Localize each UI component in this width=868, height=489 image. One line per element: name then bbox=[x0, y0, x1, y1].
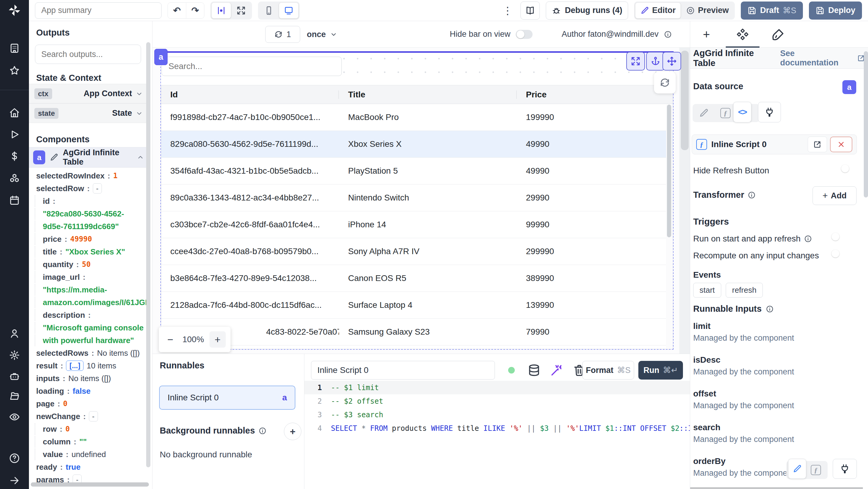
code-line[interactable]: 1-- $1 limit bbox=[304, 381, 690, 394]
output-tree-row[interactable]: result:[...]10 items bbox=[29, 359, 147, 372]
play-icon[interactable] bbox=[9, 129, 20, 140]
info-icon[interactable] bbox=[664, 30, 672, 38]
component-tree-item[interactable]: a AgGrid Infinite Table bbox=[29, 147, 148, 167]
dollar-icon[interactable] bbox=[9, 151, 20, 161]
arrow-right-icon[interactable] bbox=[9, 475, 20, 486]
event-chip-refresh[interactable]: refresh bbox=[726, 283, 763, 298]
table-row[interactable]: 89c0a336-1343-4812-ac34-e4bb8e27...Ninte… bbox=[161, 184, 673, 211]
outputs-search-input[interactable] bbox=[35, 44, 141, 64]
grid-scrollbar[interactable] bbox=[666, 104, 672, 348]
table-row[interactable]: ccee43dc-27e0-40a8-b768-b09579b0...Sony … bbox=[161, 238, 673, 265]
column-header-title[interactable]: Title bbox=[339, 85, 517, 104]
static-mode-pencil-icon[interactable] bbox=[699, 108, 709, 118]
template-mode-fx-icon[interactable]: ƒ bbox=[720, 108, 731, 118]
chevron-down-icon[interactable] bbox=[135, 90, 143, 97]
debug-runs-button[interactable]: Debug runs (4) bbox=[546, 1, 628, 20]
component-refresh-button[interactable] bbox=[654, 72, 676, 93]
output-tree-row[interactable]: description: bbox=[29, 309, 147, 322]
hide-bar-toggle[interactable] bbox=[516, 30, 532, 39]
more-menu-button[interactable]: ⋮ bbox=[501, 4, 515, 17]
grid-search-input[interactable] bbox=[161, 57, 342, 76]
eye-icon[interactable] bbox=[9, 411, 20, 422]
tree-collapse-toggle[interactable]: - bbox=[93, 183, 102, 193]
column-header-price[interactable]: Price bbox=[517, 85, 673, 104]
event-chip-start[interactable]: start bbox=[693, 283, 721, 298]
help-icon[interactable] bbox=[9, 453, 20, 464]
tab-preview[interactable]: Preview bbox=[681, 3, 734, 19]
windmill-logo-icon[interactable] bbox=[7, 3, 22, 18]
draft-button[interactable]: Draft ⌘S bbox=[741, 1, 803, 20]
table-row[interactable]: 354f6afd-43ac-4321-b1bc-0b5e5adcb...Play… bbox=[161, 158, 673, 184]
code-line[interactable]: 4SELECT * FROM products WHERE title ILIK… bbox=[304, 422, 690, 435]
component-move-button[interactable] bbox=[662, 52, 681, 70]
output-tree-row[interactable]: "Microsoft gaming console bbox=[29, 322, 147, 334]
table-row[interactable]: 4c83-8022-5e70a07a2...Samsung Galaxy S23… bbox=[161, 319, 673, 345]
zoom-out-button[interactable]: − bbox=[164, 333, 177, 346]
output-tree-row[interactable]: row:0 bbox=[29, 423, 147, 435]
info-icon[interactable] bbox=[748, 191, 755, 199]
add-transformer-button[interactable]: + Add bbox=[812, 186, 857, 205]
output-tree-row[interactable]: page:0 bbox=[29, 397, 147, 410]
output-tree-row[interactable]: quantity:50 bbox=[29, 258, 147, 271]
docs-button[interactable] bbox=[521, 1, 540, 20]
format-button[interactable]: Format ⌘S bbox=[582, 361, 634, 379]
add-background-runnable-button[interactable]: + bbox=[284, 423, 301, 440]
star-icon[interactable] bbox=[9, 65, 20, 76]
output-tree-row[interactable]: newChange:- bbox=[29, 410, 147, 423]
output-tree-row[interactable]: selectedRow:- bbox=[29, 182, 147, 195]
info-icon[interactable] bbox=[766, 305, 774, 313]
database-button[interactable] bbox=[527, 364, 541, 377]
runnable-item-inline-script-0[interactable]: Inline Script 0 a bbox=[159, 386, 296, 410]
folder-icon[interactable] bbox=[9, 391, 20, 402]
chevron-up-icon[interactable] bbox=[137, 154, 144, 161]
column-header-id[interactable]: Id bbox=[161, 85, 339, 104]
chevron-down-icon[interactable] bbox=[135, 110, 143, 117]
tree-collapse-toggle[interactable]: [...] bbox=[66, 361, 84, 371]
inline-script-chip[interactable]: ƒ Inline Script 0 bbox=[692, 134, 857, 154]
output-tree-row[interactable]: amazon.com/images/I/61JGKhc bbox=[29, 296, 147, 309]
pencil-icon[interactable] bbox=[50, 153, 59, 162]
fullscreen-layout-button[interactable] bbox=[231, 3, 251, 19]
output-tree-row[interactable]: "https://m.media- bbox=[29, 283, 147, 296]
app-summary-input[interactable] bbox=[35, 2, 161, 19]
deploy-button[interactable]: Deploy bbox=[809, 1, 862, 20]
cubes-icon[interactable] bbox=[9, 173, 20, 184]
component-expand-button[interactable] bbox=[626, 52, 645, 70]
run-button[interactable]: Run ⌘↵ bbox=[638, 361, 683, 379]
output-tree-row[interactable]: column:"" bbox=[29, 435, 147, 448]
calendar-icon[interactable] bbox=[9, 195, 20, 206]
zoom-in-button[interactable]: + bbox=[210, 331, 226, 347]
mobile-view-button[interactable] bbox=[259, 3, 278, 19]
table-row[interactable]: b3e864c8-7fe3-4270-89e9-54c12038...Canon… bbox=[161, 265, 673, 292]
home-icon[interactable] bbox=[9, 107, 20, 118]
remove-script-button[interactable] bbox=[830, 136, 852, 152]
table-row[interactable]: 2128adca-7fc6-44bd-800c-dc115df6ac...Sur… bbox=[161, 292, 673, 319]
code-mode-button[interactable]: <> bbox=[733, 102, 751, 122]
table-row[interactable]: f991898d-cb27-4ac7-b10c-0b9050ce1...MacB… bbox=[161, 104, 673, 131]
outputs-horizontal-scrollbar[interactable] bbox=[31, 482, 149, 487]
robot-icon[interactable] bbox=[9, 371, 20, 382]
user-icon[interactable] bbox=[9, 328, 20, 339]
info-icon[interactable] bbox=[804, 235, 812, 243]
code-line[interactable]: 3-- $3 search bbox=[304, 408, 690, 422]
open-script-button[interactable] bbox=[808, 136, 827, 152]
styling-tab[interactable] bbox=[772, 28, 785, 41]
code-editor[interactable]: 1-- $1 limit2-- $2 offset3-- $3 search4S… bbox=[304, 381, 690, 489]
schedule-dropdown[interactable]: once bbox=[307, 26, 337, 43]
inspector-scrollbar[interactable] bbox=[864, 51, 868, 197]
database-connect-button[interactable] bbox=[833, 459, 857, 479]
refresh-count-button[interactable]: 1 bbox=[265, 26, 300, 43]
insert-component-tab[interactable]: + bbox=[700, 28, 713, 41]
ai-wand-button[interactable] bbox=[550, 364, 563, 377]
component-anchor-button[interactable] bbox=[646, 52, 665, 70]
connect-mode-button[interactable] bbox=[758, 102, 781, 122]
center-layout-button[interactable] bbox=[212, 3, 231, 19]
database-static-mode-button[interactable] bbox=[788, 459, 806, 479]
component-settings-tab[interactable] bbox=[736, 28, 749, 41]
tab-editor[interactable]: Editor bbox=[635, 3, 681, 19]
code-line[interactable]: 2-- $2 offset bbox=[304, 394, 690, 408]
info-icon[interactable] bbox=[258, 427, 267, 435]
outputs-vertical-scrollbar[interactable] bbox=[146, 42, 150, 467]
output-tree-row[interactable]: value:undefined bbox=[29, 448, 147, 461]
state-row[interactable]: state State bbox=[29, 103, 148, 123]
